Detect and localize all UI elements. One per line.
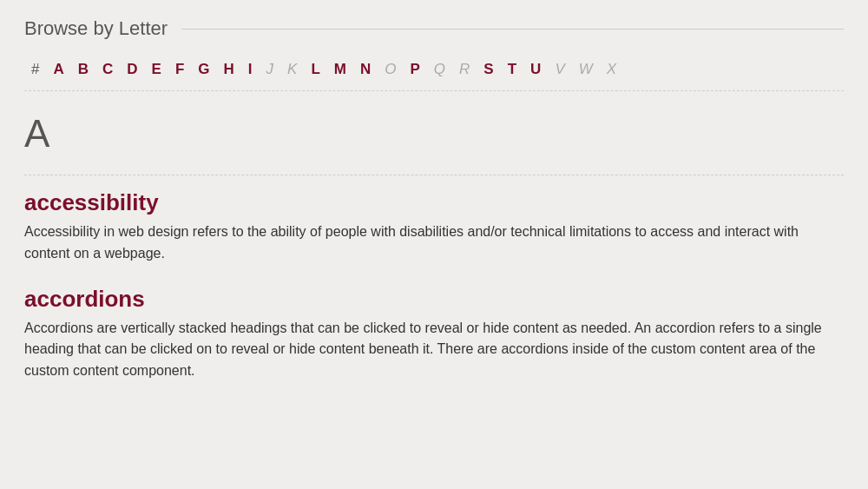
glossary-term: accessibility	[24, 189, 844, 216]
letter-nav-item-e[interactable]: E	[145, 61, 168, 78]
letter-nav-item-#[interactable]: #	[24, 61, 46, 78]
letter-nav-item-n[interactable]: N	[353, 61, 378, 78]
glossary-entries: accessibilityAccessibility in web design…	[24, 189, 844, 382]
glossary-entry-accordions: accordionsAccordions are vertically stac…	[24, 286, 844, 382]
browse-header: Browse by Letter	[24, 17, 844, 40]
letter-nav-item-p[interactable]: P	[404, 61, 427, 78]
letter-nav-item-l[interactable]: L	[304, 61, 326, 78]
letter-nav-item-v[interactable]: V	[548, 61, 571, 78]
browse-section: Browse by Letter #ABCDEFGHIJKLMNOPQRSTUV…	[24, 17, 844, 91]
letter-heading: A	[24, 112, 844, 155]
page-wrapper: Browse by Letter #ABCDEFGHIJKLMNOPQRSTUV…	[0, 0, 868, 420]
glossary-definition: Accessibility in web design refers to th…	[24, 221, 844, 265]
letter-nav-item-f[interactable]: F	[168, 61, 191, 78]
browse-title-line	[181, 29, 844, 30]
letter-nav-item-r[interactable]: R	[452, 61, 477, 78]
letter-nav-item-i[interactable]: I	[241, 61, 260, 78]
letter-nav-item-c[interactable]: C	[95, 61, 120, 78]
letter-nav-item-g[interactable]: G	[191, 61, 216, 78]
letter-nav-item-d[interactable]: D	[120, 61, 144, 78]
letter-nav: #ABCDEFGHIJKLMNOPQRSTUVWX	[24, 54, 844, 91]
letter-nav-item-u[interactable]: U	[523, 61, 548, 78]
browse-title: Browse by Letter	[24, 17, 168, 40]
letter-nav-item-a[interactable]: A	[46, 61, 70, 78]
letter-nav-item-q[interactable]: Q	[427, 61, 452, 78]
letter-nav-item-m[interactable]: M	[327, 61, 353, 78]
letter-nav-item-t[interactable]: T	[501, 61, 523, 78]
letter-nav-item-s[interactable]: S	[477, 61, 500, 78]
letter-nav-item-h[interactable]: H	[217, 61, 241, 78]
letter-nav-item-o[interactable]: O	[378, 61, 403, 78]
letter-nav-item-b[interactable]: B	[71, 61, 95, 78]
letter-nav-item-w[interactable]: W	[572, 61, 600, 78]
glossary-term: accordions	[24, 286, 844, 313]
letter-nav-item-k[interactable]: K	[280, 61, 304, 78]
glossary-definition: Accordions are vertically stacked headin…	[24, 318, 844, 382]
letter-nav-item-j[interactable]: J	[260, 61, 281, 78]
letter-nav-item-x[interactable]: X	[600, 61, 623, 78]
glossary-entry-accessibility: accessibilityAccessibility in web design…	[24, 189, 844, 265]
letter-section-a: A	[24, 112, 844, 175]
